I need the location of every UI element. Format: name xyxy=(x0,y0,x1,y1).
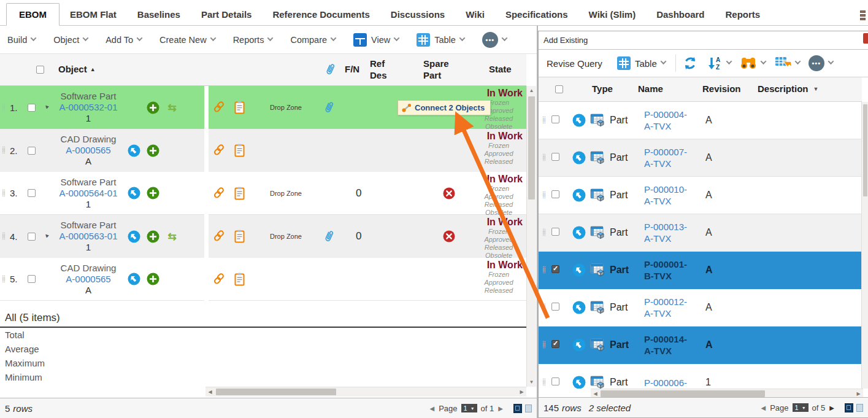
object-name-link[interactable]: A-0000565 xyxy=(66,274,110,284)
column-header-spare-part[interactable]: SparePart xyxy=(423,58,449,81)
column-header-state[interactable]: State xyxy=(489,64,512,74)
table-row[interactable]: ⣿⣿ 4. ◄ Software Part A-0000563-01 1 ⇆ xyxy=(0,215,526,258)
tab-ebom[interactable]: EBOM xyxy=(6,3,60,26)
page-select[interactable]: 1▼ xyxy=(461,404,477,412)
page-prev-icon[interactable]: ◀ xyxy=(761,404,766,411)
paperclip-icon[interactable] xyxy=(324,230,334,243)
drag-handle[interactable]: ⣿⣿ xyxy=(539,268,548,273)
structure-link-icon[interactable] xyxy=(213,144,226,157)
drop-zone[interactable]: Drop Zone xyxy=(263,190,309,197)
drag-handle[interactable]: ⣿⣿ xyxy=(539,343,548,347)
horizontal-scrollbar[interactable]: ◀ ▶ xyxy=(205,387,526,397)
compact-view-icon[interactable] xyxy=(525,404,532,412)
row-checkbox[interactable] xyxy=(551,377,559,385)
row-checkbox[interactable] xyxy=(551,228,559,236)
compact-view-icon[interactable] xyxy=(856,404,863,412)
result-row[interactable]: ⣿⣿ Part P-000007-A-TVX A xyxy=(539,139,862,177)
structure-link-icon[interactable] xyxy=(213,187,226,199)
error-icon[interactable] xyxy=(443,187,455,199)
table-row[interactable]: ⣿⣿ 5. ◄ CAD Drawing A-0000565 A ⇆ xyxy=(0,258,526,301)
column-header-ref-des[interactable]: RefDes xyxy=(370,58,387,81)
sort-menu[interactable]: AZ xyxy=(707,55,731,71)
row-checkbox[interactable] xyxy=(551,265,559,273)
tab-ebom-flat[interactable]: EBOM Flat xyxy=(60,4,127,25)
result-name-link[interactable]: P-000014-A-TVX xyxy=(644,334,687,356)
tab-baselines[interactable]: Baselines xyxy=(127,4,191,25)
drag-handle[interactable]: ⣿⣿ xyxy=(2,105,10,110)
structure-link-icon[interactable] xyxy=(213,101,226,114)
revision-float-icon[interactable] xyxy=(568,114,590,127)
error-icon[interactable] xyxy=(443,230,455,242)
revision-float-icon[interactable] xyxy=(568,226,590,239)
row-checkbox[interactable] xyxy=(28,189,36,197)
drag-handle[interactable]: ⣿⣿ xyxy=(539,305,548,310)
menu-reports[interactable]: Reports xyxy=(233,35,273,45)
object-name-link[interactable]: A-0000563-01 xyxy=(59,231,117,241)
drag-handle[interactable]: ⣿⣿ xyxy=(539,118,548,123)
scrollbar-thumb[interactable] xyxy=(528,96,535,199)
object-name-link[interactable]: A-0000532-01 xyxy=(59,102,117,112)
row-checkbox[interactable] xyxy=(551,190,559,198)
drag-handle[interactable]: ⣿⣿ xyxy=(539,193,548,198)
revision-float-icon[interactable] xyxy=(125,273,144,285)
column-header-type[interactable]: Type xyxy=(592,83,613,94)
clipboard-icon[interactable] xyxy=(234,144,245,157)
add-child-icon[interactable] xyxy=(144,144,163,157)
revision-float-icon[interactable] xyxy=(568,301,590,314)
object-name-link[interactable]: A-0000565 xyxy=(66,145,110,155)
row-checkbox[interactable] xyxy=(28,104,36,112)
table-view-menu[interactable]: Table xyxy=(617,56,666,70)
refresh-button[interactable] xyxy=(682,55,698,71)
result-name-link[interactable]: P-000013-A-TVX xyxy=(644,222,687,244)
find-in-table-menu[interactable] xyxy=(740,56,766,71)
revision-float-icon[interactable] xyxy=(568,188,590,202)
page-next-icon[interactable]: ▶ xyxy=(498,405,503,412)
more-actions-menu[interactable]: ••• xyxy=(808,55,833,71)
scroll-right-icon[interactable]: ▶ xyxy=(517,387,526,397)
clipboard-icon[interactable] xyxy=(234,187,245,200)
vertical-scrollbar[interactable] xyxy=(861,102,868,389)
result-name-link[interactable]: P-000012-A-TVX xyxy=(644,296,687,319)
paperclip-icon[interactable] xyxy=(324,101,334,114)
row-checkbox[interactable] xyxy=(551,340,559,348)
result-name-link[interactable]: P-000006- xyxy=(644,377,687,388)
page-select[interactable]: 1▼ xyxy=(793,403,808,412)
clipboard-icon[interactable] xyxy=(234,230,245,243)
row-checkbox[interactable] xyxy=(551,303,559,311)
revision-float-icon[interactable] xyxy=(125,230,144,243)
tab-specifications[interactable]: Specifications xyxy=(495,4,578,25)
replace-icon[interactable]: ⇆ xyxy=(163,101,182,114)
revision-float-icon[interactable] xyxy=(568,376,590,389)
menu-table[interactable]: Table xyxy=(417,33,464,47)
add-child-icon[interactable] xyxy=(144,230,163,243)
expand-icon[interactable]: ◄ xyxy=(43,103,53,113)
clipboard-icon[interactable] xyxy=(234,101,245,114)
row-checkbox[interactable] xyxy=(28,147,36,155)
scrollbar-thumb[interactable] xyxy=(216,389,336,395)
tab-reports[interactable]: Reports xyxy=(715,4,771,25)
revise-query-button[interactable]: Revise Query xyxy=(547,58,602,69)
more-actions-menu[interactable]: ••• xyxy=(482,32,507,48)
column-header-name[interactable]: Name xyxy=(638,83,663,94)
table-row[interactable]: ⣿⣿ 1. ◄ Software Part A-0000532-01 1 ⇆ xyxy=(0,86,526,129)
tab-wiki-slim-[interactable]: Wiki (Slim) xyxy=(578,4,647,25)
result-row[interactable]: ⣿⣿ Part P-000006- 1 xyxy=(539,364,862,389)
result-name-link[interactable]: P-000010-A-TVX xyxy=(644,184,687,206)
row-checkbox[interactable] xyxy=(28,275,36,283)
structure-link-icon[interactable] xyxy=(213,273,226,285)
connect-objects-button[interactable]: Connect 2 Objects xyxy=(398,100,491,115)
result-name-link[interactable]: P-000004-A-TVX xyxy=(644,109,687,131)
result-name-link[interactable]: P-000001-B-TVX xyxy=(644,259,687,281)
column-header-revision[interactable]: Revision xyxy=(702,83,741,94)
select-all-checkbox[interactable] xyxy=(36,66,44,74)
page-prev-icon[interactable]: ◀ xyxy=(429,405,434,412)
result-row[interactable]: ⣿⣿ Part P-000010-A-TVX A xyxy=(539,177,862,214)
select-all-checkbox[interactable] xyxy=(555,85,563,93)
scroll-up-icon[interactable]: ▲ xyxy=(527,86,536,95)
scrollbar-thumb[interactable] xyxy=(601,390,765,397)
tab-wiki[interactable]: Wiki xyxy=(455,4,495,25)
column-header-fn[interactable]: F/N xyxy=(345,64,359,74)
tab-dashboard[interactable]: Dashboard xyxy=(646,4,715,25)
result-row[interactable]: ⣿⣿ Part P-000004-A-TVX A xyxy=(539,102,862,139)
drag-handle[interactable]: ⣿⣿ xyxy=(2,191,10,196)
